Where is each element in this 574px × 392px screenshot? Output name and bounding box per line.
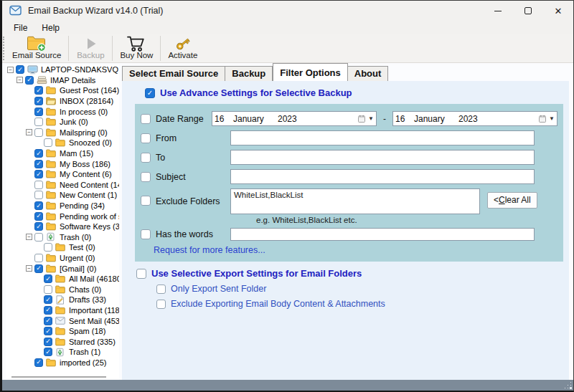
to-input[interactable] (230, 150, 535, 165)
tree-item-checkbox[interactable]: ✓ (44, 327, 52, 335)
tree-item[interactable]: −Trash (0) (6, 232, 119, 243)
exclude-folders-input[interactable]: WhiteList,BlackList (230, 188, 480, 214)
tree-item[interactable]: New Content (1) (6, 190, 119, 201)
tree-item-checkbox[interactable] (34, 128, 43, 137)
tree-item-checkbox[interactable]: ✓ (34, 170, 43, 178)
backup-button[interactable]: Backup (71, 34, 110, 62)
tree-item[interactable]: Chats (0) (6, 284, 119, 295)
collapse-icon[interactable]: − (17, 77, 23, 83)
tree-item-checkbox[interactable] (44, 243, 52, 252)
tree-item-checkbox[interactable] (34, 118, 43, 126)
maximize-button[interactable] (513, 1, 543, 21)
exclude-folders-checkbox[interactable] (141, 196, 151, 206)
tree-item-checkbox[interactable] (34, 233, 43, 242)
tree-horizontal-scrollbar[interactable] (11, 376, 106, 378)
export-option-checkbox[interactable] (156, 300, 166, 309)
from-input[interactable] (230, 130, 535, 145)
menu-item-help[interactable]: Help (34, 23, 67, 33)
tree-item[interactable]: ✓My Boss (186) (6, 158, 119, 169)
tree-item[interactable]: Snoozed (0) (6, 138, 119, 148)
buy-now-button[interactable]: Buy Now (115, 34, 158, 62)
tree-item[interactable]: −✓LAPTOP-SNDAKSVQ (6, 64, 119, 75)
tree-item-checkbox[interactable]: ✓ (34, 264, 43, 273)
subject-checkbox[interactable] (141, 172, 151, 182)
tree-item[interactable]: −✓IMAP Details (6, 75, 119, 86)
to-checkbox[interactable] (141, 153, 151, 163)
tree-item-checkbox[interactable]: ✓ (44, 317, 52, 325)
export-settings-checkbox[interactable] (136, 269, 146, 279)
has-words-checkbox[interactable] (141, 229, 151, 239)
tree-item-checkbox[interactable]: ✓ (44, 348, 52, 356)
toolbar: Email SourceBackupBuy NowActivate (2, 34, 573, 63)
tree-item-checkbox[interactable]: ✓ (34, 201, 43, 210)
tree-item[interactable]: Test (0) (6, 242, 119, 253)
tree-item[interactable]: ✓imported (25) (6, 358, 119, 368)
tab-filter-options[interactable]: Filter Options (273, 63, 348, 81)
tree-item[interactable]: ✓Trash (1) (6, 347, 119, 358)
date-end-picker[interactable]: 16 January 2023 ▼ (392, 111, 557, 126)
tree-item-checkbox[interactable]: ✓ (34, 86, 43, 95)
dropdown-arrow-icon[interactable]: ▼ (368, 115, 374, 122)
has-words-input[interactable] (230, 228, 535, 241)
dropdown-arrow-icon[interactable]: ▼ (549, 115, 555, 122)
date-start-picker[interactable]: 16 January 2023 ▼ (212, 111, 377, 126)
resize-grip-icon[interactable] (570, 388, 571, 388)
tree-item[interactable]: ✓My Content (6) (6, 169, 119, 180)
tab-backup[interactable]: Backup (225, 66, 273, 81)
date-range-checkbox[interactable] (141, 114, 151, 124)
tree-item-checkbox[interactable] (44, 138, 52, 147)
tree-item[interactable]: ✓Starred (335) (6, 336, 119, 347)
tab-select-email-source[interactable]: Select Email Source (122, 66, 225, 81)
tree-item[interactable]: ✓All Mail (46180) (6, 274, 119, 285)
tree-item-checkbox[interactable] (34, 191, 43, 199)
tree-item-checkbox[interactable]: ✓ (34, 212, 43, 221)
tree-item-checkbox[interactable]: ✓ (34, 222, 43, 231)
collapse-icon[interactable]: − (26, 129, 32, 135)
advance-settings-checkbox[interactable]: ✓ (145, 88, 155, 98)
tree-item-checkbox[interactable]: ✓ (34, 97, 43, 105)
tree-item-checkbox[interactable] (34, 254, 43, 262)
tree-item-checkbox[interactable]: ✓ (34, 358, 43, 367)
collapse-icon[interactable]: − (26, 234, 32, 240)
tree-item-checkbox[interactable]: ✓ (34, 160, 43, 168)
subject-input[interactable] (230, 169, 535, 184)
tree-item-checkbox[interactable]: ✓ (25, 76, 34, 85)
tree-item[interactable]: ✓Pending work of sir ( (6, 211, 119, 221)
tree-item[interactable]: −✓[Gmail] (0) (6, 263, 119, 274)
request-features-link[interactable]: Request for more features... (154, 245, 265, 255)
tree-item[interactable]: Need Content (14) (6, 180, 119, 191)
tree-item-checkbox[interactable]: ✓ (34, 107, 43, 116)
close-button[interactable]: ✕ (543, 1, 573, 21)
minimize-button[interactable] (483, 1, 513, 21)
tree-item[interactable]: ✓Spam (18) (6, 326, 119, 337)
collapse-icon[interactable]: − (26, 265, 32, 272)
tree-item[interactable]: ✓Sent Mail (4538) (6, 315, 119, 326)
tree-item[interactable]: ✓Mam (15) (6, 148, 119, 159)
tree-item-checkbox[interactable] (44, 285, 52, 294)
tree-item[interactable]: ✓Drafts (33) (6, 295, 119, 305)
tree-item-checkbox[interactable]: ✓ (44, 338, 52, 346)
menu-item-file[interactable]: File (6, 23, 34, 33)
tree-item[interactable]: Urgent (0) (6, 253, 119, 264)
tree-item-checkbox[interactable]: ✓ (16, 65, 24, 74)
tree-item[interactable]: ✓Pending (34) (6, 201, 119, 211)
tree-item-checkbox[interactable] (34, 181, 43, 189)
tree-item[interactable]: ✓In process (0) (6, 106, 119, 117)
activate-button[interactable]: Activate (163, 34, 202, 62)
tab-about[interactable]: About (348, 66, 389, 81)
tree-item-checkbox[interactable]: ✓ (44, 295, 52, 304)
tree-item[interactable]: ✓Important (11874) (6, 305, 119, 316)
tree-item-checkbox[interactable]: ✓ (44, 274, 52, 283)
tree-item[interactable]: −Mailspring (0) (6, 128, 119, 138)
tree-item[interactable]: ✓Software Keys (36) (6, 221, 119, 232)
email-source-button[interactable]: Email Source (7, 34, 66, 62)
collapse-icon[interactable]: − (7, 67, 14, 73)
tree-item-checkbox[interactable]: ✓ (44, 306, 52, 315)
tree-item[interactable]: ✓INBOX (28164) (6, 96, 119, 107)
tree-item[interactable]: Junk (0) (6, 117, 119, 128)
export-option-checkbox[interactable] (156, 285, 166, 294)
tree-item-checkbox[interactable]: ✓ (34, 149, 43, 158)
from-checkbox[interactable] (141, 133, 151, 143)
tree-item[interactable]: ✓Guest Post (164) (6, 85, 119, 96)
clear-all-button[interactable]: <Clear All (487, 192, 537, 209)
